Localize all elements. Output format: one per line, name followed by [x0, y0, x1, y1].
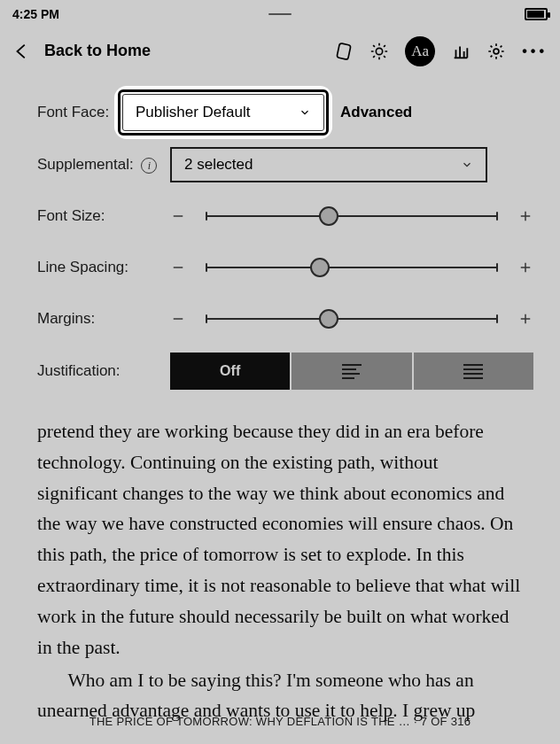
justification-full-button[interactable]: [414, 353, 533, 390]
decrease-margins-button[interactable]: [170, 311, 186, 327]
status-bar: 4:25 PM: [0, 0, 560, 28]
drag-handle[interactable]: [262, 5, 298, 23]
line-spacing-slider[interactable]: [206, 267, 498, 268]
increase-line-spacing-button[interactable]: [517, 260, 533, 275]
chevron-down-icon: [461, 159, 473, 171]
justification-segmented: Off: [170, 353, 533, 390]
supplemental-label: Supplemental: i: [37, 156, 170, 174]
book-content[interactable]: pretend they are working because they di…: [0, 413, 560, 726]
increase-margins-button[interactable]: [517, 311, 533, 327]
svg-point-2: [494, 49, 499, 54]
battery-icon: [525, 8, 548, 20]
svg-rect-0: [337, 43, 351, 59]
advanced-button[interactable]: Advanced: [340, 104, 412, 121]
more-icon[interactable]: •••: [522, 43, 548, 59]
page-footer: THE PRICE OF TOMORROW: WHY DEFLATION IS …: [0, 715, 560, 728]
increase-font-size-button[interactable]: [517, 208, 533, 224]
brightness-icon[interactable]: [369, 42, 389, 61]
status-time: 4:25 PM: [12, 7, 59, 21]
decrease-line-spacing-button[interactable]: [170, 260, 186, 275]
top-toolbar: Back to Home Aa •••: [0, 28, 560, 74]
justification-off-button[interactable]: Off: [170, 353, 290, 390]
gear-icon[interactable]: [486, 42, 506, 61]
align-justify-icon: [463, 364, 483, 379]
supplemental-select[interactable]: 2 selected: [170, 147, 487, 182]
align-left-icon: [342, 364, 362, 379]
stats-icon[interactable]: [451, 42, 471, 61]
justification-label: Justification:: [37, 362, 170, 380]
font-face-select[interactable]: Publisher Default: [122, 94, 324, 131]
font-face-label: Font Face:: [37, 104, 122, 121]
margins-label: Margins:: [37, 310, 170, 328]
decrease-font-size-button[interactable]: [170, 208, 186, 224]
back-to-home-button[interactable]: Back to Home: [44, 42, 151, 60]
info-icon[interactable]: i: [141, 158, 157, 174]
font-settings-panel: Font Face: Publisher Default Advanced Su…: [0, 74, 560, 413]
body-paragraph: pretend they are working because they di…: [37, 416, 523, 663]
font-size-slider[interactable]: [206, 215, 498, 217]
font-face-value: Publisher Default: [136, 104, 250, 121]
font-settings-icon[interactable]: Aa: [405, 36, 435, 66]
svg-point-1: [377, 48, 383, 54]
rotation-lock-icon[interactable]: [334, 42, 354, 61]
supplemental-value: 2 selected: [184, 156, 253, 174]
chevron-down-icon: [299, 106, 311, 119]
back-arrow-icon[interactable]: [12, 42, 32, 61]
font-size-label: Font Size:: [37, 207, 170, 225]
line-spacing-label: Line Spacing:: [37, 259, 170, 276]
justification-left-button[interactable]: [292, 353, 411, 390]
margins-slider[interactable]: [206, 318, 498, 320]
